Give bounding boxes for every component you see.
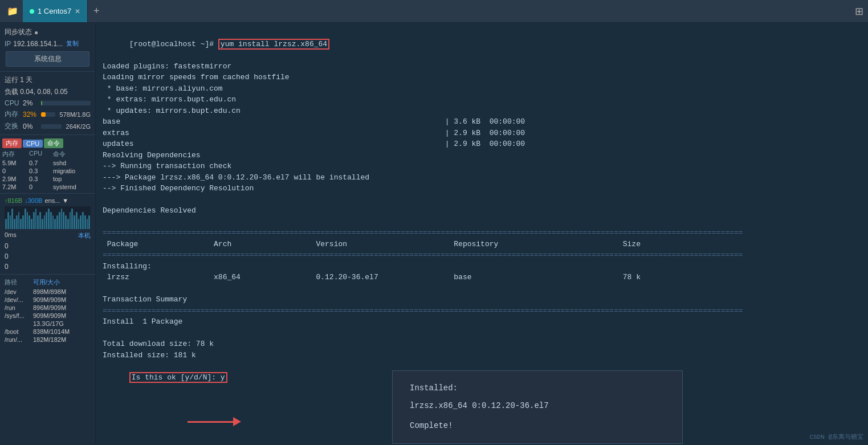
terminal-line-prompt: [root@localhost ~]# yum install lrzsz.x8… bbox=[103, 27, 861, 61]
cpu-progress-fill bbox=[41, 101, 42, 105]
disk-row-dev: /dev 898M/898M bbox=[0, 288, 95, 296]
disk-size-6: 838M/1014M bbox=[33, 328, 91, 335]
load-row: 负载 0.04, 0.08, 0.05 bbox=[0, 86, 95, 98]
proc-cmd-4: systemd bbox=[53, 183, 93, 190]
chart-bar bbox=[42, 219, 43, 229]
chart-bar bbox=[44, 215, 46, 229]
cpu-row: CPU 2% bbox=[0, 98, 95, 108]
chart-bar bbox=[70, 212, 71, 229]
proc-col-mem: 内存 bbox=[2, 150, 28, 158]
terminal[interactable]: [root@localhost ~]# yum install lrzsz.x8… bbox=[96, 23, 868, 445]
term-line-10: --> Running transaction check bbox=[103, 161, 861, 172]
tab-mem-button[interactable]: 内存 bbox=[2, 138, 22, 148]
process-row-top: 2.9M 0.3 top bbox=[0, 175, 95, 183]
net-up: ↑816B bbox=[5, 197, 22, 204]
proc-cmd-3: top bbox=[53, 175, 93, 182]
prompt: [root@localhost ~]# bbox=[129, 40, 214, 48]
term-line-13: Dependencies Resolved bbox=[103, 205, 861, 217]
disk-size-7: 182M/182M bbox=[33, 336, 91, 343]
chart-bar bbox=[27, 212, 28, 229]
term-line-2: Loading mirror speeds from cached hostfi… bbox=[103, 72, 861, 83]
latency-v2: 0 bbox=[5, 252, 9, 260]
term-line-1: Loaded plugins: fastestmirror bbox=[103, 61, 861, 72]
mem-progress-fill bbox=[41, 112, 46, 117]
tab-close[interactable]: ✕ bbox=[75, 7, 80, 15]
divider-4 bbox=[0, 274, 95, 275]
grid-icon[interactable]: ⊞ bbox=[855, 5, 863, 18]
process-row-systemd: 7.2M 0 systemd bbox=[0, 183, 95, 191]
chart-bar bbox=[33, 212, 35, 229]
term-line-5: * updates: mirrors.bupt.edu.cn bbox=[103, 105, 861, 117]
sync-status-row: 同步状态 ● bbox=[0, 26, 95, 38]
term-line-9: Resolving Dependencies bbox=[103, 150, 861, 161]
network-row: ↑816B ↓300B ens... ▼ bbox=[0, 196, 95, 205]
chart-bar bbox=[20, 219, 22, 229]
disk-size-3: 896M/909M bbox=[33, 304, 91, 311]
prompt-ok-highlighted: Is this ok [y/d/N]: y bbox=[129, 372, 227, 383]
latency-v1: 0 bbox=[5, 242, 9, 250]
chart-bar bbox=[84, 215, 86, 229]
term-line-4: * extras: mirrors.bupt.edu.cn bbox=[103, 94, 861, 105]
chart-bar bbox=[37, 215, 39, 229]
main-layout: 同步状态 ● IP 192.168.154.1... 复制 系统信息 运行 1 … bbox=[0, 23, 868, 445]
disk-row-root: 13.3G/17G bbox=[0, 320, 95, 328]
chart-bar bbox=[28, 215, 30, 229]
chart-bar bbox=[22, 215, 24, 229]
term-separator-3: ========================================… bbox=[103, 305, 861, 317]
folder-icon[interactable]: 📁 bbox=[2, 0, 23, 22]
proc-mem-2: 0 bbox=[2, 168, 28, 174]
proc-cpu-1: 0.7 bbox=[29, 160, 52, 166]
disk-col-size: 可用/大小 bbox=[33, 278, 91, 287]
copy-button[interactable]: 复制 bbox=[66, 39, 79, 48]
network-chart bbox=[5, 206, 91, 229]
swap-detail: 264K/2G bbox=[66, 123, 91, 130]
net-expand-icon[interactable]: ▼ bbox=[62, 197, 68, 204]
chart-bar bbox=[5, 219, 7, 229]
disk-size-2: 909M/909M bbox=[33, 296, 91, 303]
disk-path-2: /dev/... bbox=[5, 296, 33, 303]
chart-bar bbox=[56, 215, 58, 229]
chart-bar bbox=[46, 212, 47, 229]
system-info-button[interactable]: 系统信息 bbox=[6, 51, 89, 67]
tab-cpu-button[interactable]: CPU bbox=[23, 140, 43, 148]
net-down: ↓300B bbox=[25, 197, 42, 204]
latency-v2-row: 0 bbox=[0, 251, 95, 262]
ip-label: IP bbox=[5, 40, 11, 48]
installed-box: Installed: lrzsz.x86_64 0:0.12.20-36.el7… bbox=[392, 370, 683, 444]
term-line-7: extras | 2.9 kB 00:00:00 bbox=[103, 128, 861, 139]
proc-cpu-2: 0.3 bbox=[29, 168, 52, 174]
term-line-8: updates | 2.9 kB 00:00:00 bbox=[103, 138, 861, 150]
chart-bar bbox=[67, 219, 69, 229]
disk-path-4: /sys/f... bbox=[5, 312, 33, 319]
disk-path-7: /run/... bbox=[5, 336, 33, 343]
new-tab-button[interactable]: + bbox=[88, 0, 105, 22]
active-tab[interactable]: 1 Centos7 ✕ bbox=[23, 0, 88, 22]
disk-path-6: /boot bbox=[5, 328, 33, 335]
term-line-blank2 bbox=[103, 217, 861, 228]
top-bar-right: ⊞ bbox=[855, 5, 868, 18]
latency-link[interactable]: 本机 bbox=[78, 231, 91, 240]
term-installing: Installing: bbox=[103, 261, 861, 272]
arrow-line bbox=[188, 421, 233, 423]
proc-mem-1: 5.9M bbox=[2, 160, 28, 166]
mem-progress-bar bbox=[41, 112, 55, 117]
chart-bar bbox=[59, 212, 60, 229]
disk-size-5: 13.3G/17G bbox=[33, 320, 91, 327]
tab-cmd-button[interactable]: 命令 bbox=[44, 138, 63, 148]
term-pkg-row: lrzsz x86_64 0.12.20-36.el7 base 78 k bbox=[103, 272, 861, 283]
chart-bar bbox=[54, 219, 56, 229]
chart-bar bbox=[35, 209, 37, 229]
chart-bar bbox=[88, 215, 90, 229]
tab-bar: 📁 1 Centos7 ✕ + bbox=[0, 0, 855, 22]
term-line-11: ---> Package lrzsz.x86_64 0:0.12.20-36.e… bbox=[103, 172, 861, 183]
proc-cmd-2: migratio bbox=[53, 168, 93, 174]
disk-path-1: /dev bbox=[5, 288, 33, 295]
chart-bar bbox=[18, 212, 20, 229]
installed-complete: Complete! bbox=[410, 420, 665, 432]
mem-detail: 578M/1.8G bbox=[60, 111, 91, 118]
disk-path-5 bbox=[5, 320, 33, 327]
chart-bar bbox=[14, 219, 15, 229]
swap-pct: 0% bbox=[23, 123, 36, 130]
chart-bar bbox=[87, 219, 88, 229]
disk-path-3: /run bbox=[5, 304, 33, 311]
